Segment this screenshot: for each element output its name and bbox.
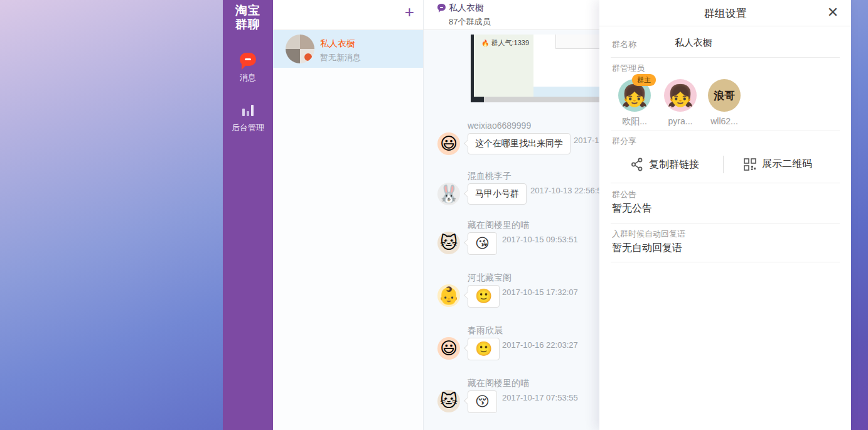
copy-group-link-button[interactable]: 复制群链接 <box>631 158 699 171</box>
avatar: 👧 <box>664 79 697 112</box>
avatar[interactable]: 🐱 <box>437 232 460 254</box>
admin-name: wll62... <box>708 116 741 126</box>
message-sender: 春雨欣晨 <box>468 325 599 336</box>
flame-icon: 🔥 <box>481 40 489 46</box>
group-popularity-text: 🔥 群人气:1339 <box>481 38 529 48</box>
message-row: weixiao6689999 😃 这个在哪里找出来同学 2017-1 <box>437 121 599 154</box>
message-bubble: 马甲小号群 <box>468 183 527 205</box>
qr-code-icon <box>744 158 756 171</box>
embedded-screenshot-image[interactable]: 🔥 群人气:1339 <box>471 35 599 102</box>
screenshot-blue-strip <box>533 87 599 97</box>
admin-member[interactable]: 浪哥 wll62... <box>708 79 741 126</box>
owner-badge: 群主 <box>632 74 656 86</box>
avatar: 浪哥 <box>708 79 741 112</box>
conversation-subtitle: 暂无新消息 <box>320 52 361 63</box>
admin-member[interactable]: 👧 欧阳... <box>618 79 651 127</box>
group-name-label: 群名称 <box>612 39 636 50</box>
settings-header: 群组设置 ✕ <box>599 0 851 26</box>
bar-chart-icon <box>242 105 254 116</box>
chat-title: 私人衣橱 <box>449 3 484 14</box>
message-emoji-bubble: 🙂 <box>468 285 500 308</box>
message-sender: 藏在阁楼里的喵 <box>468 220 599 230</box>
announcement-value: 暂无公告 <box>612 202 652 215</box>
vertical-divider <box>723 156 724 173</box>
message-sender: 混血桃李子 <box>468 171 599 181</box>
avatar[interactable]: 🐱 <box>437 390 460 412</box>
admin-member[interactable]: 👧 pyra... <box>664 79 697 126</box>
avatar[interactable]: 👶 <box>437 284 460 307</box>
sidebar-item-admin[interactable]: 后台管理 <box>223 105 273 134</box>
settings-title: 群组设置 <box>599 0 851 21</box>
show-qr-button[interactable]: 展示二维码 <box>744 158 812 171</box>
avatar[interactable]: 😃 <box>437 132 460 155</box>
popularity-label: 群人气:1339 <box>491 39 530 46</box>
message-bubble: 这个在哪里找出来同学 <box>468 133 571 154</box>
sidebar-item-label: 后台管理 <box>223 122 273 134</box>
copy-link-label: 复制群链接 <box>649 158 699 171</box>
conversation-title: 私人衣橱 <box>320 38 355 50</box>
message-emoji-bubble: 🙂 <box>468 338 500 360</box>
divider <box>611 57 840 58</box>
message-timestamp: 2017-10-13 22:56:5 <box>530 186 599 195</box>
divider <box>611 183 840 183</box>
screenshot-scrollbar <box>474 97 599 102</box>
avatar[interactable]: 🐰 <box>437 183 460 205</box>
desktop-background: { "colors": { "sidebar_purple": "#7d4aa3… <box>0 0 868 430</box>
message-timestamp: 2017-10-15 17:32:07 <box>502 288 578 297</box>
message-timestamp: 2017-10-15 09:53:51 <box>502 235 578 244</box>
close-icon[interactable]: ✕ <box>825 4 841 21</box>
sidebar-item-messages[interactable]: 消息 <box>223 53 273 83</box>
auto-reply-label: 入群时候自动回复语 <box>612 228 685 240</box>
admins-label: 群管理员 <box>612 63 645 74</box>
share-icon <box>631 158 643 171</box>
show-qr-label: 展示二维码 <box>762 158 812 171</box>
admin-name: pyra... <box>664 116 697 126</box>
divider <box>611 262 840 262</box>
message-sender: weixiao6689999 <box>468 121 599 131</box>
chat-header: 私人衣橱 87个群成员 <box>424 0 599 30</box>
group-name-value: 私人衣橱 <box>675 37 712 49</box>
divider <box>611 223 840 223</box>
message-timestamp: 2017-10-16 22:03:27 <box>502 340 578 350</box>
message-row: 藏在阁楼里的喵 🐱 😘 2017-10-15 09:53:51 <box>437 220 599 255</box>
divider <box>611 131 840 131</box>
message-row: 藏在阁楼里的喵 🐱 😚 2017-10-17 07:53:55 <box>437 378 599 413</box>
admin-name: 欧阳... <box>618 116 651 127</box>
chat-panel: 私人衣橱 87个群成员 🔥 群人气:1339 weixiao6689999 😃 … <box>424 0 599 430</box>
message-sender: 河北藏宝阁 <box>468 272 599 283</box>
message-timestamp: 2017-1 <box>574 136 599 145</box>
message-timestamp: 2017-10-17 07:53:55 <box>502 393 578 402</box>
group-bubble-icon <box>437 4 446 11</box>
conversation-item-selected[interactable]: 私人衣橱 暂无新消息 <box>273 30 423 68</box>
message-emoji-bubble: 😘 <box>468 232 497 255</box>
app-logo: 淘宝 群聊 <box>223 0 273 31</box>
app-sidebar: 淘宝 群聊 消息 后台管理 <box>223 0 273 430</box>
conversation-list-header: + <box>273 0 423 30</box>
logo-line1: 淘宝 <box>223 4 273 18</box>
add-group-button[interactable]: + <box>405 1 414 23</box>
avatar[interactable]: 😃 <box>437 337 460 360</box>
message-row: 春雨欣晨 😃 🙂 2017-10-16 22:03:27 <box>437 325 599 360</box>
logo-line2: 群聊 <box>223 18 273 31</box>
conversation-list: + 私人衣橱 暂无新消息 <box>273 0 424 430</box>
auto-reply-value: 暂无自动回复语 <box>612 242 682 255</box>
group-settings-panel: 群组设置 ✕ 群名称 私人衣橱 群管理员 群主 👧 欧阳... 👧 pyra..… <box>599 0 851 430</box>
chat-bubble-icon <box>240 53 256 66</box>
group-avatar <box>286 35 314 63</box>
message-sender: 藏在阁楼里的喵 <box>468 378 599 389</box>
message-emoji-bubble: 😚 <box>468 390 497 413</box>
share-label: 群分享 <box>612 136 636 147</box>
screenshot-corner <box>474 97 484 102</box>
message-row: 混血桃李子 🐰 马甲小号群 2017-10-13 22:56:5 <box>437 171 599 205</box>
message-row: 河北藏宝阁 👶 🙂 2017-10-15 17:32:07 <box>437 272 599 308</box>
announcement-label: 群公告 <box>612 189 636 200</box>
sidebar-item-label: 消息 <box>223 72 273 83</box>
screenshot-window-box <box>555 35 599 49</box>
chat-member-count: 87个群成员 <box>449 16 490 28</box>
